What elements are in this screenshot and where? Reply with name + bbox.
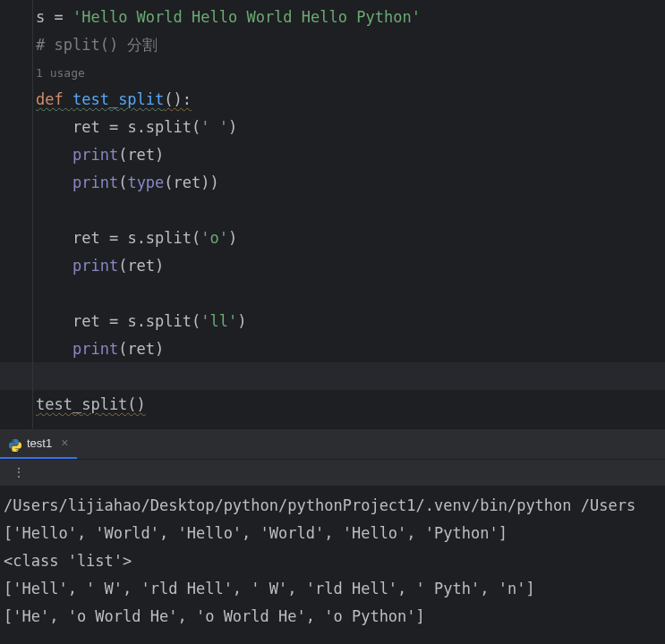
keyword-def: def xyxy=(36,86,72,114)
arguments: (ret) xyxy=(118,252,164,280)
code-editor[interactable]: s = 'Hello World Hello World Hello Pytho… xyxy=(0,0,665,428)
indent xyxy=(36,252,72,280)
more-icon[interactable]: ⋮ xyxy=(13,462,26,484)
builtin-type: type xyxy=(127,169,164,197)
code-line-blank[interactable] xyxy=(36,279,665,307)
indent xyxy=(36,169,72,197)
run-tabs-bar: test1 × xyxy=(0,429,665,460)
console-line: <class 'list'> xyxy=(4,547,661,575)
operator: = xyxy=(109,114,127,141)
console-line: /Users/lijiahao/Desktop/python/pythonPro… xyxy=(4,492,661,520)
console-line: ['Hell', ' W', 'rld Hell', ' W', 'rld He… xyxy=(4,575,661,603)
code-line[interactable]: print(type(ret)) xyxy=(36,168,665,196)
function-call: test_split() xyxy=(36,391,146,419)
builtin-print: print xyxy=(72,169,118,197)
parentheses: ) xyxy=(228,114,237,141)
string-literal: 'll' xyxy=(200,308,237,335)
builtin-print: print xyxy=(72,141,118,169)
parentheses: ( xyxy=(118,169,127,197)
function-name: test_split xyxy=(72,86,164,114)
code-line-blank[interactable] xyxy=(36,196,665,224)
operator: = xyxy=(54,4,72,31)
code-line[interactable]: s = 'Hello World Hello World Hello Pytho… xyxy=(36,4,665,31)
run-tab-test1[interactable]: test1 × xyxy=(0,429,77,459)
arguments: (ret) xyxy=(118,141,164,169)
usage-hint[interactable]: 1 usage xyxy=(36,59,665,85)
indent xyxy=(36,114,72,141)
code-line[interactable]: ret = s.split('ll') xyxy=(36,307,665,335)
indent xyxy=(36,335,72,363)
variable: ret xyxy=(72,308,109,335)
run-toolbar: ⋮ xyxy=(0,460,665,487)
close-icon[interactable]: × xyxy=(57,432,68,454)
code-line-blank-highlighted[interactable] xyxy=(0,362,665,390)
arguments: (ret)) xyxy=(164,169,218,197)
operator: = xyxy=(109,308,127,335)
method-call: s.split( xyxy=(127,114,200,141)
variable: ret xyxy=(72,225,109,252)
console-line: ['He', 'o World He', 'o World He', 'o Py… xyxy=(4,603,661,631)
builtin-print: print xyxy=(72,252,118,280)
variable: s xyxy=(36,4,54,31)
console-output[interactable]: /Users/lijiahao/Desktop/python/pythonPro… xyxy=(0,487,665,636)
arguments: (ret) xyxy=(118,335,164,363)
python-icon xyxy=(9,437,21,450)
code-line[interactable]: test_split() xyxy=(36,390,665,418)
indent xyxy=(36,225,72,252)
code-line[interactable]: print(ret) xyxy=(36,251,665,279)
code-line[interactable]: # split() 分割 xyxy=(36,31,665,59)
run-tab-label: test1 xyxy=(27,433,52,453)
parentheses: ) xyxy=(228,225,237,252)
string-literal: 'Hello World Hello World Hello Python' xyxy=(72,4,421,31)
method-call: s.split( xyxy=(127,225,200,252)
string-literal: ' ' xyxy=(200,114,228,141)
variable: ret xyxy=(72,114,109,141)
comment: # split() 分割 xyxy=(36,31,158,59)
parentheses: (): xyxy=(164,86,192,114)
method-call: s.split( xyxy=(127,308,200,335)
indent xyxy=(36,141,72,169)
run-panel: test1 × ⋮ /Users/lijiahao/Desktop/python… xyxy=(0,428,665,636)
operator: = xyxy=(109,225,127,252)
string-literal: 'o' xyxy=(200,225,228,252)
code-line[interactable]: ret = s.split('o') xyxy=(36,224,665,251)
indent xyxy=(36,308,72,335)
code-line[interactable]: print(ret) xyxy=(36,335,665,362)
code-line[interactable]: def test_split(): xyxy=(36,85,665,113)
builtin-print: print xyxy=(72,335,118,363)
code-line[interactable]: ret = s.split(' ') xyxy=(36,113,665,140)
parentheses: ) xyxy=(237,308,246,335)
code-line[interactable]: print(ret) xyxy=(36,140,665,168)
console-line: ['Hello', 'World', 'Hello', 'World', 'He… xyxy=(4,520,661,547)
